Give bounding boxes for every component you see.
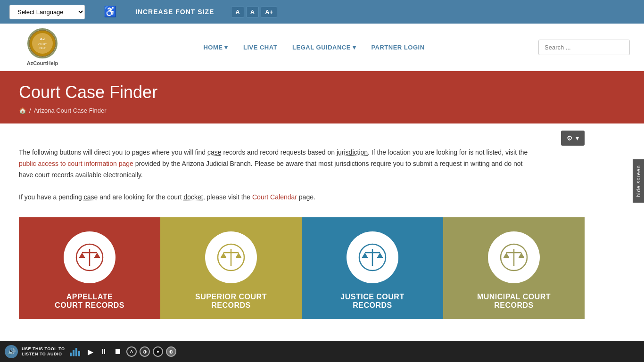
card-icon-circle-superior <box>205 231 257 283</box>
font-size-medium-btn[interactable]: A <box>246 7 259 17</box>
svg-text:HELP: HELP <box>39 47 46 49</box>
card-justice[interactable]: JUSTICE COURTRECORDS <box>302 217 443 319</box>
hero-section: Court Case Finder 🏠 / Arizona Court Case… <box>0 71 644 123</box>
description-text: The following buttons will direct you to… <box>19 147 537 203</box>
font-size-small-btn[interactable]: A <box>231 7 244 17</box>
court-calendar-link[interactable]: Court Calendar <box>252 193 297 201</box>
gear-icon: ⚙ <box>567 134 573 142</box>
card-label-superior: SUPERIOR COURTRECORDS <box>195 293 267 310</box>
desc-text-8: page. <box>297 193 315 201</box>
desc-text-1: The following buttons will direct you to… <box>19 148 207 156</box>
card-superior[interactable]: SUPERIOR COURTRECORDS <box>160 217 302 319</box>
breadcrumb-home[interactable]: 🏠 <box>19 107 26 114</box>
desc-text-7: , please visit the <box>203 193 252 201</box>
svg-text:AZ: AZ <box>40 37 45 41</box>
desc-text-6: and are looking for the court <box>98 193 183 201</box>
nav-live-chat[interactable]: LIVE CHAT <box>236 39 285 56</box>
accessibility-icon: ♿ <box>104 6 116 18</box>
font-size-large-btn[interactable]: A+ <box>261 7 277 17</box>
card-icon-circle-municipal <box>488 231 540 283</box>
case-word-2: case <box>84 193 98 201</box>
card-icon-circle-appellate <box>64 231 116 283</box>
top-bar: Select Language ♿ INCREASE FONT SIZE A A… <box>0 0 644 24</box>
scales-icon-appellate <box>75 243 104 272</box>
main-content: ⚙ ▾ The following buttons will direct yo… <box>0 123 603 329</box>
logo-area: AZ COURT HELP AzCourtHelp <box>14 28 71 66</box>
nav-links: HOME ▾ LIVE CHAT LEGAL GUIDANCE ▾ PARTNE… <box>90 39 538 56</box>
desc-text-5: If you have a pending <box>19 193 84 201</box>
scales-icon-justice <box>358 243 387 272</box>
card-municipal[interactable]: MUNICIPAL COURTRECORDS <box>443 217 585 319</box>
scales-icon-municipal <box>500 243 528 272</box>
font-size-buttons: A A A+ <box>231 7 277 17</box>
hide-screen-tab[interactable]: hide screen <box>633 159 644 203</box>
desc-text-2: records and record requests based on <box>222 148 337 156</box>
card-label-appellate: APPELLATECOURT RECORDS <box>55 293 124 310</box>
logo-svg: AZ COURT HELP <box>29 30 56 57</box>
jurisdiction-word: jurisdiction <box>337 148 368 156</box>
page-title: Court Case Finder <box>19 82 625 102</box>
increase-font-label: INCREASE FONT SIZE <box>135 8 214 16</box>
settings-dropdown-arrow: ▾ <box>576 134 579 142</box>
nav-partner-login[interactable]: PARTNER LOGIN <box>363 39 432 56</box>
public-access-link[interactable]: public access to court information page <box>19 160 133 167</box>
nav-legal-guidance[interactable]: LEGAL GUIDANCE ▾ <box>285 39 363 56</box>
breadcrumb-page: Arizona Court Case Finder <box>34 107 107 114</box>
breadcrumb: 🏠 / Arizona Court Case Finder <box>19 107 625 114</box>
scales-icon-superior <box>217 243 245 272</box>
nav-home[interactable]: HOME ▾ <box>196 39 236 56</box>
card-icon-circle-justice <box>347 231 398 283</box>
header-nav: AZ COURT HELP AzCourtHelp HOME ▾ LIVE CH… <box>0 24 644 71</box>
case-word-1: case <box>207 148 222 156</box>
desc-text-3: . If the location you are looking for is… <box>368 148 528 156</box>
logo-text: AzCourtHelp <box>27 60 58 66</box>
cards-row: APPELLATECOURT RECORDS SUPERIOR COURTREC… <box>19 217 585 319</box>
breadcrumb-separator: / <box>29 107 31 114</box>
language-select[interactable]: Select Language <box>9 5 85 19</box>
search-input[interactable] <box>538 40 630 55</box>
card-appellate[interactable]: APPELLATECOURT RECORDS <box>19 217 160 319</box>
card-label-justice: JUSTICE COURTRECORDS <box>340 293 404 310</box>
card-label-municipal: MUNICIPAL COURTRECORDS <box>477 293 551 310</box>
settings-button[interactable]: ⚙ ▾ <box>561 131 585 146</box>
logo-circle: AZ COURT HELP <box>27 28 58 58</box>
svg-text:COURT: COURT <box>38 43 47 46</box>
docket-word: docket <box>183 193 203 201</box>
